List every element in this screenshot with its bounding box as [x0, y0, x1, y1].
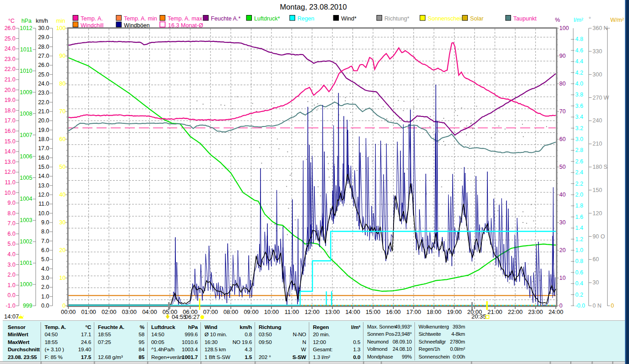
svg-text:15:00: 15:00	[366, 308, 381, 315]
svg-text:21.0: 21.0	[38, 108, 49, 115]
svg-text:3.4: 3.4	[575, 114, 583, 120]
svg-text:14:07: 14:07	[4, 313, 19, 320]
svg-text:22.0: 22.0	[38, 99, 49, 106]
svg-text:270 W: 270 W	[593, 95, 609, 101]
svg-text:16:00: 16:00	[386, 308, 401, 315]
svg-text:W/m²: W/m²	[610, 17, 624, 23]
svg-text:13.0: 13.0	[38, 182, 49, 189]
svg-text:10:00: 10:00	[264, 308, 279, 315]
svg-text:30: 30	[559, 219, 566, 226]
svg-text:Regen: Regen	[297, 15, 314, 22]
svg-text:12.0: 12.0	[38, 192, 49, 198]
svg-text:10.0: 10.0	[5, 190, 15, 196]
svg-text:20: 20	[59, 247, 66, 253]
svg-text:km/h: km/h	[36, 18, 48, 24]
svg-text:Wind*: Wind*	[341, 15, 357, 22]
svg-text:14:00: 14:00	[345, 308, 360, 315]
svg-text:12:00: 12:00	[305, 308, 320, 315]
svg-text:1.2: 1.2	[575, 236, 583, 243]
svg-text:2.0: 2.0	[575, 192, 583, 198]
svg-text:1012: 1012	[20, 25, 32, 31]
svg-text:04:00: 04:00	[142, 308, 157, 315]
svg-text:Temp. A. min: Temp. A. min	[124, 15, 157, 22]
svg-text:90: 90	[59, 53, 66, 59]
svg-text:03:00: 03:00	[122, 308, 137, 315]
svg-text:24.0: 24.0	[5, 46, 15, 52]
svg-text:3.6: 3.6	[575, 103, 583, 109]
svg-text:28.0: 28.0	[38, 44, 49, 50]
svg-text:180 S: 180 S	[593, 164, 608, 170]
svg-text:13:00: 13:00	[325, 308, 340, 315]
svg-text:18.0: 18.0	[38, 136, 49, 142]
svg-text:22.0: 22.0	[5, 66, 15, 72]
svg-text:1.4: 1.4	[575, 225, 583, 231]
svg-text:14.0: 14.0	[38, 173, 49, 179]
svg-text:21:00: 21:00	[487, 308, 502, 315]
svg-text:1008: 1008	[20, 111, 32, 117]
svg-text:2.0: 2.0	[8, 272, 15, 278]
svg-text:Richtung*: Richtung*	[384, 15, 409, 22]
svg-text:Feuchte A.*: Feuchte A.*	[211, 15, 240, 22]
svg-text:0.8: 0.8	[575, 258, 583, 264]
svg-text:1009: 1009	[20, 89, 32, 96]
svg-text:100: 100	[559, 25, 569, 31]
svg-text:40: 40	[559, 192, 566, 198]
svg-text:%: %	[555, 17, 560, 23]
svg-text:17:00: 17:00	[406, 308, 421, 315]
svg-text:70: 70	[559, 108, 566, 115]
svg-text:26.0: 26.0	[5, 25, 15, 31]
svg-text:4.0: 4.0	[575, 81, 583, 87]
svg-text:3.2: 3.2	[575, 125, 583, 131]
svg-text:999: 999	[23, 303, 32, 309]
svg-text:9.0: 9.0	[8, 200, 15, 206]
svg-text:Windböen: Windböen	[124, 22, 150, 29]
svg-text:7.0: 7.0	[8, 220, 15, 227]
svg-text:10: 10	[59, 275, 66, 281]
svg-text:210: 210	[593, 141, 602, 147]
svg-text:1007: 1007	[20, 132, 32, 138]
svg-text:-0.0: -0.0	[575, 303, 585, 309]
svg-text:1003: 1003	[20, 217, 32, 223]
svg-text:6.0: 6.0	[8, 231, 15, 237]
svg-text:12.0: 12.0	[5, 169, 15, 175]
svg-text:30.0: 30.0	[38, 25, 49, 31]
svg-text:19.0: 19.0	[5, 97, 15, 103]
svg-text:15.0: 15.0	[38, 164, 49, 170]
svg-text:0.2: 0.2	[575, 292, 583, 298]
svg-text:330: 330	[593, 48, 602, 55]
svg-text:2.8: 2.8	[575, 147, 583, 153]
svg-text:07:00: 07:00	[203, 308, 218, 315]
svg-text:0 N: 0 N	[593, 303, 601, 309]
svg-text:Temp. A.: Temp. A.	[81, 15, 103, 22]
svg-text:4.6: 4.6	[575, 47, 583, 54]
svg-text:60: 60	[593, 256, 599, 263]
svg-text:16.0: 16.0	[5, 128, 15, 134]
svg-text:11.0: 11.0	[39, 201, 49, 207]
svg-text:17.0: 17.0	[38, 145, 49, 152]
svg-text:4.8: 4.8	[575, 36, 583, 42]
svg-text:2.2: 2.2	[575, 181, 583, 187]
svg-text:Windchill: Windchill	[81, 22, 103, 29]
svg-text:01:00: 01:00	[81, 308, 96, 315]
svg-text:11.0: 11.0	[5, 179, 15, 186]
svg-text:4.0: 4.0	[8, 251, 15, 258]
svg-text:1011: 1011	[20, 46, 32, 53]
svg-text:1005: 1005	[20, 175, 32, 181]
svg-text:60: 60	[559, 136, 566, 142]
svg-text:90: 90	[559, 53, 566, 59]
svg-text:18.0: 18.0	[5, 107, 15, 114]
svg-text:hPa: hPa	[21, 18, 31, 24]
svg-text:16.3 Monat-Ø: 16.3 Monat-Ø	[168, 22, 203, 29]
svg-text:17.0: 17.0	[5, 117, 15, 124]
svg-text:Luftdruck*: Luftdruck*	[254, 15, 280, 22]
svg-text:0.4: 0.4	[575, 280, 583, 287]
svg-text:30: 30	[593, 279, 599, 286]
svg-text:3.0: 3.0	[8, 262, 15, 268]
svg-text:02:00: 02:00	[102, 308, 117, 315]
svg-text:8.0: 8.0	[8, 210, 15, 217]
svg-text:29.0: 29.0	[38, 34, 49, 40]
svg-text:10: 10	[559, 275, 566, 281]
svg-text:90 O: 90 O	[593, 233, 605, 240]
svg-text:20.0: 20.0	[5, 87, 15, 93]
svg-text:00:00: 00:00	[61, 308, 76, 315]
